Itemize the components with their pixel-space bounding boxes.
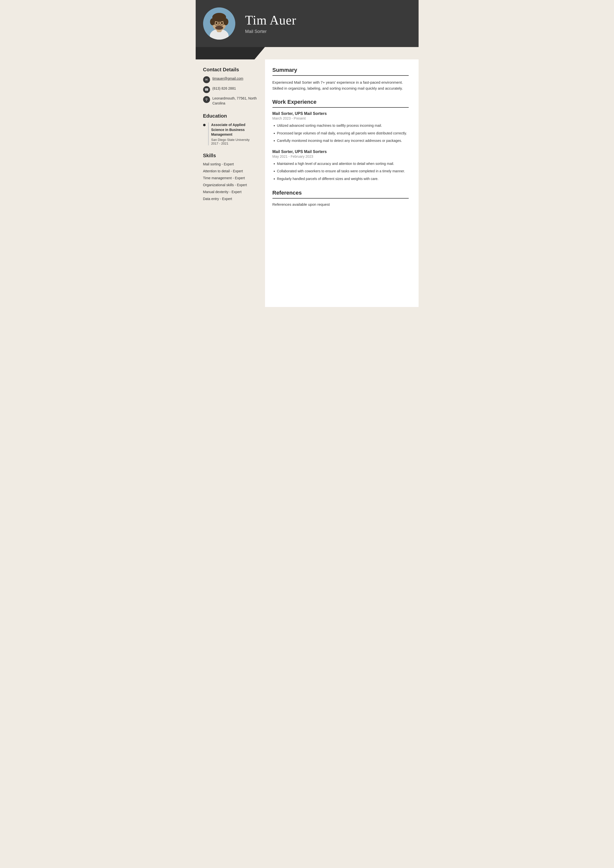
- avatar: [203, 8, 235, 40]
- skills-section-title: Skills: [203, 153, 259, 158]
- main-content: Summary Experienced Mail Sorter with 7+ …: [265, 59, 418, 307]
- job-bullet-item: Maintained a high level of accuracy and …: [274, 161, 409, 167]
- svg-point-16: [217, 25, 222, 28]
- education-degree: Associate of Applied Science in Business…: [211, 122, 259, 137]
- candidate-name: Tim Auer: [245, 13, 409, 28]
- education-section: Education Associate of Applied Science i…: [203, 113, 259, 145]
- job-entry: Mail Sorter, UPS Mail SortersMarch 2023 …: [272, 112, 409, 144]
- email-icon: ✉: [203, 76, 210, 83]
- job-bullet-item: Utilized advanced sorting machines to sw…: [274, 123, 409, 129]
- skill-item: Time management - Expert: [203, 176, 259, 180]
- candidate-title: Mail Sorter: [245, 29, 409, 34]
- content-area: Contact Details ✉ timauer@gmail.com ☎ (6…: [196, 59, 418, 307]
- svg-point-13: [221, 22, 223, 24]
- skill-item: Organizational skills - Expert: [203, 183, 259, 187]
- header: Tim Auer Mail Sorter: [196, 0, 418, 47]
- work-experience-section: Work Experience Mail Sorter, UPS Mail So…: [272, 99, 409, 182]
- job-entry: Mail Sorter, UPS Mail SortersMay 2021 - …: [272, 150, 409, 182]
- references-text: References available upon request: [272, 202, 409, 206]
- education-school: San Diego State University: [211, 138, 259, 142]
- address-contact-item: ⚲ Leonardmouth, 77561, North Carolina: [203, 96, 259, 106]
- work-experience-title: Work Experience: [272, 99, 409, 108]
- svg-point-12: [216, 22, 218, 24]
- skill-item: Mail sorting - Expert: [203, 162, 259, 166]
- contact-section-title: Contact Details: [203, 67, 259, 73]
- education-content: Associate of Applied Science in Business…: [208, 122, 259, 145]
- job-title: Mail Sorter, UPS Mail Sorters: [272, 112, 409, 116]
- job-dates: May 2021 - February 2023: [272, 155, 409, 158]
- email-contact-item: ✉ timauer@gmail.com: [203, 76, 259, 83]
- email-text: timauer@gmail.com: [213, 76, 244, 81]
- resume-container: Tim Auer Mail Sorter Contact Details ✉ t…: [196, 0, 418, 307]
- skill-item: Manual dexterity - Expert: [203, 190, 259, 194]
- summary-section: Summary Experienced Mail Sorter with 7+ …: [272, 67, 409, 91]
- education-years: 2017 - 2021: [211, 142, 259, 145]
- summary-text: Experienced Mail Sorter with 7+ years' e…: [272, 79, 409, 91]
- address-text: Leonardmouth, 77561, North Carolina: [213, 96, 259, 106]
- job-bullets-list: Maintained a high level of accuracy and …: [272, 161, 409, 182]
- skills-list: Mail sorting - ExpertAttention to detail…: [203, 162, 259, 201]
- svg-point-6: [224, 18, 229, 25]
- education-section-title: Education: [203, 113, 259, 119]
- job-bullet-item: Processed large volumes of mail daily, e…: [274, 130, 409, 136]
- job-bullets-list: Utilized advanced sorting machines to sw…: [272, 123, 409, 144]
- job-bullet-item: Carefully monitored incoming mail to det…: [274, 138, 409, 144]
- phone-text: (613) 826 2881: [213, 86, 236, 91]
- header-info: Tim Auer Mail Sorter: [245, 13, 409, 34]
- location-icon: ⚲: [203, 96, 210, 103]
- email-link[interactable]: timauer@gmail.com: [213, 76, 244, 81]
- job-dates: March 2023 - Present: [272, 116, 409, 120]
- summary-title: Summary: [272, 67, 409, 76]
- chevron-shape: [196, 47, 265, 59]
- skill-item: Data entry - Expert: [203, 197, 259, 201]
- sidebar: Contact Details ✉ timauer@gmail.com ☎ (6…: [196, 59, 265, 307]
- svg-point-5: [210, 18, 215, 25]
- contact-section: Contact Details ✉ timauer@gmail.com ☎ (6…: [203, 67, 259, 106]
- references-section: References References available upon req…: [272, 190, 409, 206]
- chevron-decoration: [196, 47, 418, 59]
- job-bullet-item: Regularly handled parcels of different s…: [274, 176, 409, 182]
- phone-icon: ☎: [203, 86, 210, 93]
- jobs-list: Mail Sorter, UPS Mail SortersMarch 2023 …: [272, 112, 409, 182]
- education-item: Associate of Applied Science in Business…: [203, 122, 259, 145]
- phone-contact-item: ☎ (613) 826 2881: [203, 86, 259, 93]
- education-bullet: [203, 124, 205, 126]
- job-bullet-item: Collaborated with coworkers to ensure al…: [274, 168, 409, 175]
- skills-section: Skills Mail sorting - ExpertAttention to…: [203, 153, 259, 201]
- job-title: Mail Sorter, UPS Mail Sorters: [272, 150, 409, 154]
- skill-item: Attention to detail - Expert: [203, 169, 259, 173]
- references-title: References: [272, 190, 409, 198]
